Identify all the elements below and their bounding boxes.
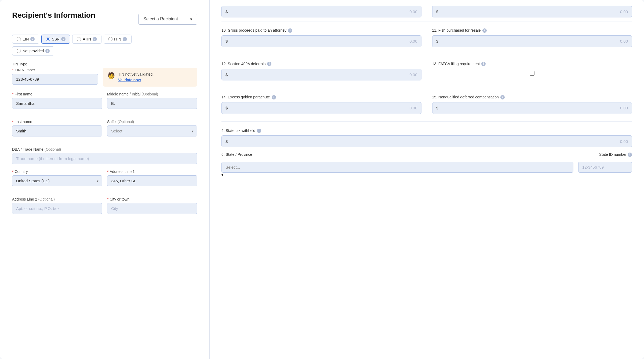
- address2-label: Address Line 2: [12, 197, 37, 201]
- warning-person-icon: 🧑: [108, 72, 115, 79]
- chevron-down-icon: ▾: [190, 17, 192, 22]
- field-10-info-icon[interactable]: i: [288, 28, 292, 33]
- field-10-value: 0.00: [230, 39, 417, 43]
- field-12-value: 0.00: [230, 72, 417, 77]
- tin-warning-box: 🧑 TIN not yet validated. Validate now: [103, 68, 197, 87]
- dba-input[interactable]: [12, 153, 197, 164]
- field-13-checkbox-wrapper: [432, 69, 632, 76]
- state-id-info-icon[interactable]: i: [628, 153, 632, 157]
- field-13-info-icon[interactable]: i: [481, 62, 486, 66]
- country-label: Country: [14, 169, 28, 174]
- suffix-label: Suffix: [107, 120, 117, 124]
- address1-required-star: *: [107, 169, 108, 174]
- middle-name-optional: (Optional): [142, 92, 158, 96]
- field-5-value: 0.00: [230, 139, 628, 144]
- last-name-label: Last name: [14, 120, 32, 124]
- tin-warning-text: TIN not yet validated. Validate now: [118, 72, 154, 83]
- top-field-1[interactable]: $ 0.00: [221, 6, 421, 17]
- top-field-2-value: 0.00: [441, 9, 628, 14]
- dollar-icon-15: $: [436, 106, 438, 110]
- field-15-label: 15. Nonqualified deferred compensation: [432, 95, 499, 100]
- city-label: City or town: [110, 197, 129, 201]
- state-id-label: State ID number: [599, 152, 627, 157]
- state-chevron-icon: ▾: [221, 173, 223, 177]
- select-recipient-button[interactable]: Select a Recipient ▾: [138, 14, 197, 25]
- dollar-icon-5: $: [225, 139, 228, 144]
- field-13-label: 13. FATCA filing requirement: [432, 61, 480, 67]
- field-11-label: 11. Fish purchased for resale: [432, 28, 481, 33]
- tin-type-atin[interactable]: ATIN i: [72, 35, 101, 44]
- first-name-label: First name: [14, 92, 32, 96]
- select-recipient-label: Select a Recipient: [143, 17, 178, 21]
- city-required-star: *: [107, 197, 108, 201]
- suffix-select[interactable]: Select...: [107, 125, 197, 136]
- field-12-label: 12. Section 409A deferrals: [221, 61, 265, 67]
- top-field-2[interactable]: $ 0.00: [432, 6, 632, 17]
- tin-type-ssn[interactable]: SSN i: [41, 35, 70, 44]
- field-11-input[interactable]: $ 0.00: [432, 35, 632, 47]
- address2-input[interactable]: [12, 203, 102, 214]
- dollar-icon-14: $: [225, 106, 228, 110]
- field-14-input[interactable]: $ 0.00: [221, 102, 421, 114]
- itin-label: ITIN: [114, 37, 121, 41]
- ssn-info-icon[interactable]: i: [61, 37, 66, 41]
- tin-number-input[interactable]: [12, 74, 98, 85]
- address1-input[interactable]: [107, 175, 197, 186]
- address1-label: Address Line 1: [110, 169, 134, 174]
- field-15-value: 0.00: [441, 106, 628, 110]
- middle-name-label: Middle name / Initial: [107, 92, 141, 96]
- field-5-label: 5. State tax withheld: [221, 128, 255, 134]
- dollar-icon-12: $: [225, 72, 228, 77]
- dollar-icon-1: $: [225, 9, 228, 14]
- suffix-optional: (Optional): [118, 120, 134, 124]
- field-15-info-icon[interactable]: i: [500, 95, 505, 99]
- last-name-input[interactable]: [12, 125, 102, 136]
- city-input[interactable]: [107, 203, 197, 214]
- field-11-value: 0.00: [441, 39, 628, 43]
- page-title: Recipient's Information: [12, 11, 95, 20]
- middle-name-input[interactable]: [107, 98, 197, 109]
- state-id-input[interactable]: [578, 162, 632, 173]
- first-name-input[interactable]: [12, 98, 102, 109]
- field-13-checkbox[interactable]: [530, 71, 534, 76]
- first-name-required-star: *: [12, 92, 13, 96]
- atin-info-icon[interactable]: i: [93, 37, 97, 41]
- dollar-icon-11: $: [436, 39, 438, 43]
- field-5-info-icon[interactable]: i: [257, 129, 261, 133]
- tin-required-star: *: [12, 68, 13, 72]
- dollar-icon-2: $: [436, 9, 438, 14]
- tin-type-not-provided[interactable]: Not provided i: [12, 46, 54, 55]
- itin-info-icon[interactable]: i: [123, 37, 127, 41]
- field-10-input[interactable]: $ 0.00: [221, 35, 421, 47]
- validate-now-link[interactable]: Validate now: [118, 78, 141, 82]
- dba-optional: (Optional): [45, 147, 61, 151]
- address2-optional: (Optional): [38, 197, 54, 201]
- atin-label: ATIN: [83, 37, 91, 41]
- field-15-input[interactable]: $ 0.00: [432, 102, 632, 114]
- ein-info-icon[interactable]: i: [30, 37, 35, 41]
- not-provided-info-icon[interactable]: i: [45, 49, 50, 53]
- tin-type-section-label: TIN Type: [12, 62, 197, 66]
- last-name-required-star: *: [12, 120, 13, 124]
- not-provided-label: Not provided: [23, 49, 44, 53]
- country-required-star: *: [12, 169, 13, 174]
- state-select[interactable]: Select...: [221, 162, 573, 173]
- tin-type-itin[interactable]: ITIN i: [104, 35, 132, 44]
- field-12-input[interactable]: $ 0.00: [221, 69, 421, 80]
- field-10-label: 10. Gross proceeds paid to an attorney: [221, 28, 286, 33]
- dba-label: DBA / Trade Name: [12, 147, 43, 151]
- field-5-input[interactable]: $ 0.00: [221, 135, 632, 147]
- tin-type-ein[interactable]: EIN i: [12, 35, 39, 44]
- top-field-1-value: 0.00: [230, 9, 417, 14]
- field-11-info-icon[interactable]: i: [482, 28, 487, 33]
- field-14-info-icon[interactable]: i: [272, 95, 276, 99]
- state-id-label-wrapper: State ID number i: [599, 152, 632, 157]
- field-14-value: 0.00: [230, 106, 417, 110]
- dollar-icon-10: $: [225, 39, 228, 43]
- ssn-label: SSN: [52, 37, 60, 41]
- field-6-label: 6. State / Province: [221, 152, 252, 157]
- field-14-label: 14. Excess golden parachute: [221, 95, 270, 100]
- field-12-info-icon[interactable]: i: [267, 62, 271, 66]
- ein-label: EIN: [23, 37, 29, 41]
- country-select[interactable]: United States (US): [12, 175, 102, 186]
